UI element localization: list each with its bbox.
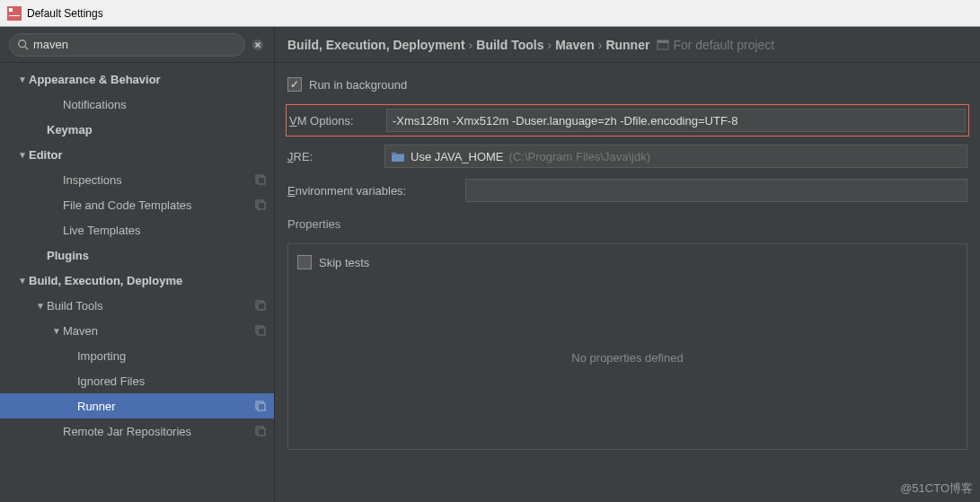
copy-icon <box>254 324 267 337</box>
crumb-build-tools[interactable]: Build Tools <box>476 38 543 52</box>
svg-rect-9 <box>258 202 265 209</box>
settings-tree: ▼Appearance & Behavior Notifications Key… <box>0 63 274 502</box>
properties-label: Properties <box>287 212 967 231</box>
tree-ignored-files[interactable]: Ignored Files <box>0 368 274 393</box>
copy-icon <box>254 299 267 312</box>
svg-rect-1 <box>9 8 13 12</box>
jre-value: Use JAVA_HOME <box>411 150 504 163</box>
copy-icon <box>254 198 267 211</box>
folder-icon <box>391 150 405 163</box>
search-icon <box>17 39 30 51</box>
vm-options-row: VM Options: <box>287 106 967 135</box>
tree-build-execution-deployment[interactable]: ▼Build, Execution, Deployme <box>0 268 274 293</box>
clear-search-button[interactable] <box>251 38 265 52</box>
vm-options-input[interactable] <box>386 109 966 132</box>
watermark: @51CTO博客 <box>900 480 973 497</box>
close-icon <box>252 39 264 51</box>
svg-rect-19 <box>658 40 668 43</box>
copy-icon <box>254 173 267 186</box>
svg-rect-7 <box>258 177 265 184</box>
properties-box: Skip tests No properties defined <box>287 243 967 450</box>
form-area: Run in background VM Options: JRE: Use J… <box>275 63 980 450</box>
tree-file-code-templates[interactable]: File and Code Templates <box>0 192 274 217</box>
env-vars-label: Environment variables: <box>287 184 458 198</box>
svg-rect-2 <box>9 15 20 16</box>
env-vars-row: Environment variables: <box>287 178 967 203</box>
jre-select[interactable]: Use JAVA_HOME (C:\Program Files\Java\jdk… <box>384 145 967 168</box>
svg-rect-17 <box>258 428 265 436</box>
env-vars-input[interactable] <box>465 179 967 202</box>
tree-importing[interactable]: Importing <box>0 343 274 368</box>
scope-hint: For default project <box>673 38 774 52</box>
svg-rect-20 <box>392 154 404 154</box>
jre-row: JRE: Use JAVA_HOME (C:\Program Files\Jav… <box>287 144 967 169</box>
svg-rect-11 <box>258 303 265 310</box>
tree-keymap[interactable]: Keymap <box>0 117 274 142</box>
run-in-background-checkbox[interactable] <box>287 77 302 92</box>
search-row <box>0 27 274 63</box>
tree-build-tools[interactable]: ▼Build Tools <box>0 293 274 318</box>
tree-live-templates[interactable]: Live Templates <box>0 217 274 242</box>
svg-point-3 <box>19 40 26 47</box>
svg-rect-13 <box>258 328 265 335</box>
search-input[interactable] <box>33 38 237 51</box>
skip-tests-label: Skip tests <box>319 256 369 269</box>
sidebar: ▼Appearance & Behavior Notifications Key… <box>0 27 275 502</box>
tree-runner[interactable]: Runner <box>0 393 274 418</box>
breadcrumb: Build, Execution, Deployment › Build Too… <box>275 27 980 63</box>
tree-plugins[interactable]: Plugins <box>0 242 274 268</box>
app-icon <box>7 6 22 21</box>
crumb-bed[interactable]: Build, Execution, Deployment <box>287 38 465 52</box>
content: Build, Execution, Deployment › Build Too… <box>275 27 980 502</box>
skip-tests-checkbox[interactable] <box>297 255 312 269</box>
project-icon <box>657 39 669 51</box>
copy-icon <box>254 425 267 437</box>
svg-line-4 <box>25 46 29 49</box>
search-input-wrap[interactable] <box>9 33 245 57</box>
svg-rect-15 <box>258 403 265 410</box>
tree-maven[interactable]: ▼Maven <box>0 318 274 343</box>
window-title: Default Settings <box>27 7 103 20</box>
tree-appearance-behavior[interactable]: ▼Appearance & Behavior <box>0 66 274 92</box>
tree-remote-jar-repositories[interactable]: Remote Jar Repositories <box>0 418 274 444</box>
properties-empty-text: No properties defined <box>297 273 958 442</box>
crumb-maven[interactable]: Maven <box>555 38 595 52</box>
titlebar: Default Settings <box>0 0 980 27</box>
tree-notifications[interactable]: Notifications <box>0 92 274 117</box>
tree-editor[interactable]: ▼Editor <box>0 142 274 167</box>
copy-icon <box>254 400 267 412</box>
jre-hint: (C:\Program Files\Java\jdk) <box>509 150 650 163</box>
run-in-background-row: Run in background <box>287 72 967 97</box>
crumb-runner: Runner <box>605 38 649 52</box>
skip-tests-row: Skip tests <box>297 251 958 273</box>
jre-label: JRE: <box>287 150 377 163</box>
run-in-background-label: Run in background <box>309 78 407 92</box>
vm-options-label: VM Options: <box>289 114 379 128</box>
tree-inspections[interactable]: Inspections <box>0 167 274 192</box>
